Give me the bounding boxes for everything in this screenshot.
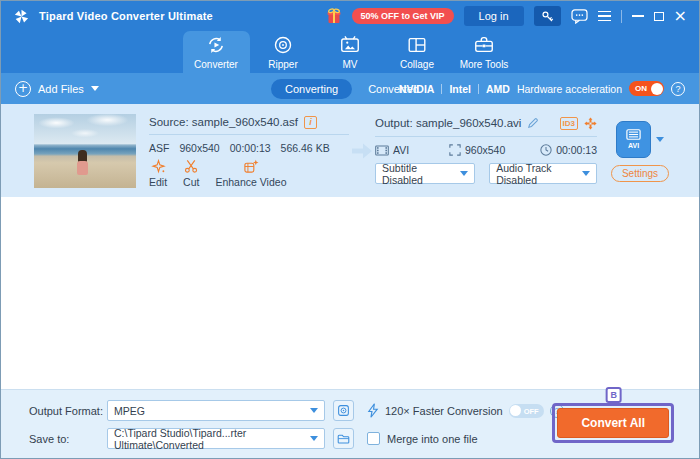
- source-resolution: 960x540: [179, 142, 219, 154]
- feedback-icon[interactable]: [571, 9, 588, 24]
- app-window: Tipard Video Converter Ultimate 50% OFF …: [0, 0, 700, 459]
- menu-icon[interactable]: [598, 11, 611, 22]
- output-resolution-value: 960x540: [465, 144, 505, 156]
- enhance-video-icon: [243, 159, 259, 174]
- thumbnail-person: [77, 161, 88, 175]
- audio-track-value: Audio Track Disabled: [496, 162, 582, 186]
- tab-collage-label: Collage: [400, 59, 434, 70]
- tab-mv-label: MV: [343, 59, 358, 70]
- chevron-down-icon: [310, 436, 318, 441]
- maximize-button[interactable]: [654, 12, 664, 21]
- bottom-bar: Output Format: MPEG 120× Faster Conversi…: [1, 389, 699, 458]
- collage-icon: [406, 34, 428, 56]
- output-format-dropdown[interactable]: MPEG: [107, 400, 325, 421]
- annotation-highlight-box: Convert All: [552, 403, 674, 443]
- save-path-value: C:\Tipard Studio\Tipard...rter Ultimate\…: [114, 427, 310, 451]
- open-folder-button[interactable]: [333, 428, 354, 449]
- app-logo-icon: [13, 8, 30, 25]
- hardware-acceleration-toggle[interactable]: ON: [629, 81, 664, 96]
- close-button[interactable]: ×: [674, 11, 687, 21]
- chevron-down-icon: [582, 171, 590, 176]
- register-button[interactable]: [534, 6, 561, 26]
- output-format-button[interactable]: AVI: [616, 121, 651, 158]
- tab-converter-label: Converter: [194, 59, 238, 70]
- settings-button[interactable]: Settings: [611, 165, 669, 182]
- chevron-down-icon[interactable]: [656, 137, 664, 142]
- titlebar: Tipard Video Converter Ultimate 50% OFF …: [1, 1, 699, 31]
- gpu-separator: [441, 84, 442, 94]
- audio-track-dropdown[interactable]: Audio Track Disabled: [489, 163, 597, 184]
- transfer-arrow-icon: [349, 114, 375, 188]
- tab-more-tools-label: More Tools: [460, 59, 509, 70]
- toggle-off-label: OFF: [524, 407, 539, 416]
- folder-icon: [337, 433, 350, 445]
- gpu-intel-label: Intel: [449, 83, 471, 95]
- scissors-icon: [184, 159, 199, 174]
- tab-converted[interactable]: Converted: [364, 79, 423, 99]
- merge-label: Merge into one file: [387, 433, 478, 445]
- main-tabs: Converter Ripper MV Collage More Tools: [1, 31, 699, 73]
- titlebar-separator: [621, 10, 622, 23]
- tab-converting[interactable]: Converting: [271, 79, 352, 99]
- enhance-video-button[interactable]: Enhance Video: [215, 159, 286, 188]
- subtitle-value: Subtitle Disabled: [382, 162, 460, 186]
- divider: [149, 134, 349, 135]
- gpu-amd-label: AMD: [486, 83, 510, 95]
- source-filename: Source: sample_960x540.asf: [149, 116, 298, 128]
- edit-button[interactable]: Edit: [149, 159, 167, 188]
- add-files-button[interactable]: + Add Files: [15, 81, 99, 97]
- save-to-dropdown[interactable]: C:\Tipard Studio\Tipard...rter Ultimate\…: [107, 428, 325, 449]
- tab-ripper[interactable]: Ripper: [250, 31, 317, 73]
- annotation-b-badge: B: [606, 387, 622, 403]
- vip-offer-badge[interactable]: 50% OFF to Get VIP: [352, 8, 454, 24]
- format-column: AVI Settings: [597, 114, 683, 188]
- plus-icon: +: [15, 81, 31, 97]
- gpu-separator: [478, 84, 479, 94]
- format-button-label: AVI: [628, 142, 639, 149]
- profile-settings-button[interactable]: [333, 400, 354, 421]
- save-to-label: Save to:: [29, 433, 107, 445]
- minimize-button[interactable]: [632, 15, 644, 17]
- lightning-icon: [367, 403, 379, 418]
- file-list-item: Source: sample_960x540.asf i ASF 960x540…: [1, 104, 699, 197]
- film-icon: [375, 145, 389, 156]
- rename-icon[interactable]: [527, 117, 539, 129]
- login-button[interactable]: Log in: [464, 6, 524, 26]
- faster-conversion-toggle[interactable]: OFF: [509, 404, 544, 418]
- resolution-icon: [449, 144, 461, 156]
- tab-ripper-label: Ripper: [268, 59, 297, 70]
- profile-icon: [337, 404, 350, 417]
- toggle-knob: [651, 83, 663, 95]
- divider: [375, 136, 597, 137]
- cut-label: Cut: [183, 176, 199, 188]
- hardware-acceleration-label: Hardware acceleration: [517, 83, 622, 95]
- film-icon: [626, 129, 641, 140]
- move-icon[interactable]: [584, 117, 597, 130]
- chevron-down-icon: [460, 171, 468, 176]
- source-duration: 00:00:13: [230, 142, 271, 154]
- merge-checkbox[interactable]: [367, 432, 380, 445]
- gift-icon[interactable]: [326, 8, 342, 24]
- tab-collage[interactable]: Collage: [384, 31, 451, 73]
- output-format-value: AVI: [393, 144, 409, 156]
- key-icon: [541, 10, 554, 23]
- video-thumbnail[interactable]: [34, 114, 136, 188]
- clock-icon: [540, 144, 552, 156]
- help-icon[interactable]: ?: [671, 82, 685, 96]
- subtitle-dropdown[interactable]: Subtitle Disabled: [375, 163, 475, 184]
- convert-all-button[interactable]: Convert All: [557, 408, 669, 438]
- output-format-label: Output Format:: [29, 405, 107, 417]
- id3-button[interactable]: ID3: [560, 117, 578, 130]
- cut-button[interactable]: Cut: [183, 159, 199, 188]
- convert-all-container: B Convert All: [552, 403, 674, 443]
- tab-mv[interactable]: MV: [317, 31, 384, 73]
- add-files-label: Add Files: [38, 83, 84, 95]
- info-icon[interactable]: i: [304, 116, 317, 129]
- source-size: 566.46 KB: [281, 142, 330, 154]
- output-format-value: MPEG: [114, 405, 145, 417]
- source-info: Source: sample_960x540.asf i ASF 960x540…: [149, 114, 349, 188]
- tab-more-tools[interactable]: More Tools: [451, 31, 518, 73]
- tab-converter[interactable]: Converter: [183, 31, 250, 73]
- app-title: Tipard Video Converter Ultimate: [39, 10, 213, 22]
- mv-icon: [339, 34, 361, 56]
